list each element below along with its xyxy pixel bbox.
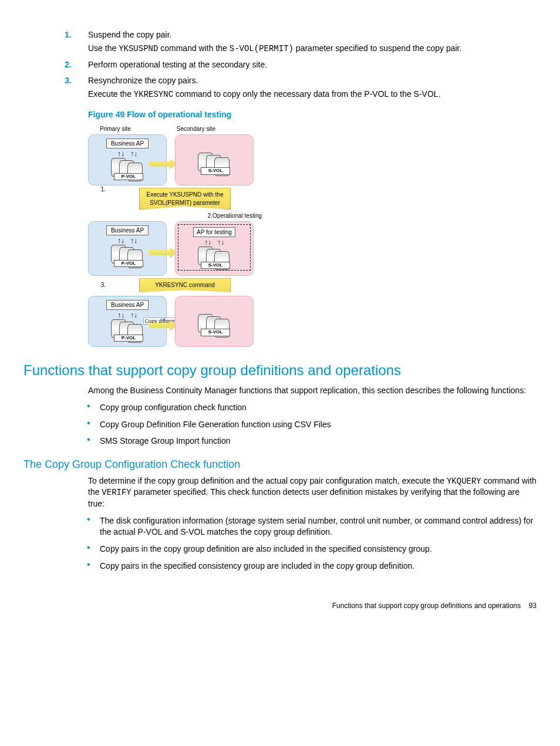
check-list: The disk configuration information (stor… [23,515,537,572]
business-ap: Business AP [106,139,149,149]
page-footer: Functions that support copy group defini… [23,601,537,610]
code: VERIFY [102,488,131,497]
list-item: Copy group configuration check function [100,402,537,413]
list-item: Copy Group Definition File Generation fu… [100,419,537,430]
yksuspnd-flag: Execute YKSUSPND with the SVOL(PERMIT) p… [139,188,231,210]
text: command with the [158,43,229,53]
secondary-panel-2: AP for testing ↑↓ ↑↓ [175,221,254,276]
text: parameter specified. This check function… [88,487,519,508]
list-item: Copy pairs in the specified consistency … [100,561,537,572]
step-1: 1. Suspend the copy pair. Use the YKSUSP… [88,29,537,55]
step2-label: 2.Operational testing [88,212,264,220]
subsection-heading: The Copy Group Configuration Check funct… [23,457,537,471]
step1-num: 1. [88,185,106,212]
primary-panel-3: Business AP ↑↓ ↑↓ Copy differences [88,296,167,347]
code: YKQUERY [447,477,481,486]
section-intro: Among the Business Continuity Manager fu… [88,385,537,396]
list-item: SMS Storage Group Import function [100,436,537,447]
step-1-title: Suspend the copy pair. [88,30,171,39]
ap-testing: AP for testing [193,227,235,238]
text: command to copy only the necessary data … [173,89,440,99]
text: To determine if the copy group definitio… [88,476,447,485]
step-3-marker: 3. [65,75,72,86]
list-item: The disk configuration information (stor… [100,515,537,538]
section-heading: Functions that support copy group defini… [23,361,537,380]
primary-panel-2: Business AP ↑↓ ↑↓ [88,221,167,276]
step-1-detail: Use the YKSUSPND command with the S-VOL(… [88,43,537,55]
text: Execute the [88,89,134,99]
figure-caption: Figure 49 Flow of operational testing [88,109,537,120]
step3-num: 3. [88,281,106,289]
primary-panel-1: Business AP ↑↓ ↑↓ [88,134,167,186]
secondary-panel-1 [175,134,254,186]
step-3-title: Resynchronize the copy pairs. [88,76,198,85]
page-number: 93 [529,602,537,610]
step-2-title: Perform operational testing at the secon… [88,60,267,69]
text: parameter specified to suspend the copy … [294,43,461,53]
secondary-site-label: Secondary site [177,125,215,133]
function-list: Copy group configuration check function … [23,402,537,447]
arrows-icon: ↑↓ ↑↓ [181,239,248,245]
code: S-VOL(PERMIT) [230,44,294,53]
primary-site-label: Primary site [100,125,131,133]
business-ap: Business AP [106,225,149,236]
footer-text: Functions that support copy group defini… [332,602,521,610]
ordered-steps: 1. Suspend the copy pair. Use the YKSUSP… [23,29,537,100]
code: YKSUSPND [119,44,158,53]
arrows-icon: ↑↓ ↑↓ [92,151,163,157]
step-2: 2. Perform operational testing at the se… [88,59,537,70]
ykresync-flag: YKRESYNC command [139,278,231,292]
step-2-marker: 2. [65,59,72,70]
list-item: Copy pairs in the copy group definition … [100,544,537,555]
code: YKRESYNC [134,90,173,99]
subsection-intro: To determine if the copy group definitio… [88,475,537,510]
figure-49-diagram: Primary site Secondary site Business AP … [88,125,264,347]
step-3-detail: Execute the YKRESYNC command to copy onl… [88,89,537,100]
business-ap: Business AP [106,300,149,310]
secondary-panel-3 [175,296,254,347]
text: Use the [88,43,119,53]
step-1-marker: 1. [65,29,72,40]
arrows-icon: ↑↓ ↑↓ [92,238,163,244]
step-3: 3. Resynchronize the copy pairs. Execute… [88,75,537,100]
